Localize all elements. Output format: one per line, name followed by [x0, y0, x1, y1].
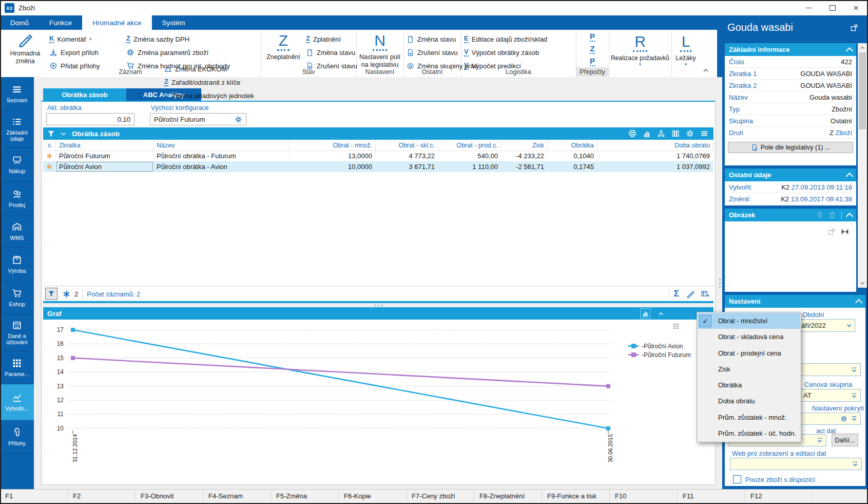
lezaky-button[interactable]: L Ležáky ▾: [672, 34, 699, 67]
fkey-f6[interactable]: F6-Kopie: [339, 490, 407, 502]
popup-icon[interactable]: [850, 24, 858, 32]
sidebar-item-zakladni-udaje[interactable]: Základní údaje: [0, 111, 34, 148]
web-combo[interactable]: [730, 458, 862, 470]
nastaveni-poli-button[interactable]: N Nastavení polína legislativu: [357, 33, 402, 69]
asterisk-filter-icon[interactable]: [63, 290, 70, 298]
menu-item-obratka[interactable]: Obrátka: [698, 377, 800, 393]
menu-item-obrat-mnozstvi[interactable]: ✓Obrat - množství: [698, 313, 800, 329]
collapse-chevron-icon[interactable]: [855, 298, 862, 306]
zplatneni-button[interactable]: ZZplatnění: [306, 33, 341, 45]
fkey-f3[interactable]: F3-Obnovit: [136, 490, 203, 502]
card-header[interactable]: Nastavení: [725, 295, 865, 308]
sidebar-item-vyhodnoceni[interactable]: Vyhodn...: [0, 384, 34, 420]
sidebar-item-eshop[interactable]: Eshop: [0, 282, 34, 314]
ribbon-collapse-icon[interactable]: [702, 67, 709, 74]
open-image-icon[interactable]: [827, 228, 836, 236]
sidebar-item-nakup[interactable]: Nákup: [0, 148, 34, 182]
edit-pencil-icon[interactable]: [686, 290, 695, 298]
fit-width-icon[interactable]: [841, 228, 849, 236]
col-obrat-skl[interactable]: Obrat - skl.c.: [376, 140, 438, 151]
sum-icon[interactable]: Σ: [674, 289, 679, 299]
ribbon-tab-hromadne-akce[interactable]: Hromadné akce: [82, 15, 151, 30]
col-zisk[interactable]: Zisk: [501, 140, 548, 151]
sidebar-item-prodej[interactable]: Prodej: [0, 182, 34, 216]
editace-udaju-button[interactable]: EEditace údajů zboží/sklad: [464, 33, 547, 45]
ribbon-tab-domu[interactable]: Domů: [0, 15, 39, 30]
sidebar-item-seznam[interactable]: Seznam: [0, 77, 34, 111]
col-obratka[interactable]: Obrátka: [548, 140, 597, 151]
menu-item-prum-zustatek-mnoz[interactable]: Prům. zůstatek - množ.: [698, 409, 800, 425]
close-button[interactable]: ×: [844, 0, 867, 15]
dispozice-checkbox-row[interactable]: Pouze zboží s dispozicí: [733, 475, 815, 483]
line-chart[interactable]: 171615141312111031.12.201430.06.2015: [43, 320, 713, 465]
gear-icon[interactable]: [840, 415, 847, 422]
sidebar-item-vyroba[interactable]: Výroba: [0, 248, 34, 282]
zruseni-stavu-ostatni-button[interactable]: Zrušení stavu: [407, 46, 458, 59]
fkey-f7[interactable]: F7-Ceny zboží: [407, 490, 474, 502]
menu-item-zisk[interactable]: Zisk: [698, 361, 800, 377]
vypocet-obratky-button[interactable]: VVýpočet obrátky zásob: [464, 46, 539, 59]
fkey-f12[interactable]: F12: [745, 490, 813, 502]
delete-image-icon[interactable]: [828, 211, 836, 219]
scroll-up-icon[interactable]: [859, 45, 865, 51]
legend-item-avion[interactable]: -Půlroční Avion: [628, 342, 691, 350]
zaradit-odstranit-button[interactable]: ZZařadit/odstranit z klíče: [164, 76, 240, 88]
zmena-stavu-button[interactable]: Změna stavu: [306, 46, 355, 59]
graph-corner-grid-icon[interactable]: [672, 323, 680, 330]
table-row[interactable]: Půlroční Futurum Půlroční obrátka - Futu…: [43, 151, 713, 161]
menu-item-prum-zustatek-uc[interactable]: Prům. zůstatek - úč. hodn.: [698, 425, 800, 441]
scrollbar-thumb[interactable]: [859, 52, 866, 129]
settings-gear-icon[interactable]: [686, 129, 694, 138]
vychozi-konfigurace-input[interactable]: Půlroční Futurum: [150, 113, 246, 125]
pole-dle-legislativy-button[interactable]: Pole dle legislativy (1) ...: [728, 142, 853, 153]
menu-icon[interactable]: [700, 129, 708, 138]
sidebar-item-parametry[interactable]: Parame...: [0, 351, 34, 384]
fkey-f9[interactable]: F9-Funkce a tisk: [542, 490, 610, 502]
fkey-f8[interactable]: F8-Zneplatnění: [474, 490, 542, 502]
sidebar-item-dane-a-uctovani[interactable]: Daně a účtování: [0, 314, 34, 351]
prepocet-z-button[interactable]: Z: [576, 43, 609, 55]
relations-icon[interactable]: [657, 129, 665, 138]
col-obrat-mnoz[interactable]: Obrat - množ.: [290, 140, 376, 151]
legend-item-futurum[interactable]: -Půlroční Futurum: [628, 350, 691, 359]
realizace-pozadavku-button[interactable]: R Realizace požadavků ▾: [610, 34, 670, 67]
collapse-chevron-icon[interactable]: [846, 47, 853, 54]
fkey-f5[interactable]: F5-Změna: [271, 490, 339, 502]
table-row-selected[interactable]: Půlroční Avion Půlroční obrátka - Avion …: [43, 161, 713, 172]
menu-item-obrat-prodejni[interactable]: Obrat - prodejní cena: [698, 345, 800, 361]
col-zkratka[interactable]: Zkratka: [56, 140, 153, 151]
prepocet-p1-button[interactable]: P: [576, 31, 609, 43]
dalsi-button[interactable]: Další...: [832, 434, 858, 446]
group-label-prepocty[interactable]: Přepočty: [576, 67, 609, 77]
komentar-button[interactable]: KKomentář▾: [49, 33, 91, 45]
collapse-chevron-icon[interactable]: [846, 172, 853, 179]
horizontal-splitter[interactable]: [43, 303, 713, 307]
zmena-parametru-button[interactable]: Změna parametrů zboží: [126, 46, 208, 59]
chevron-down-icon[interactable]: [60, 130, 67, 137]
fkey-f10[interactable]: F10: [610, 490, 678, 502]
fkey-f2[interactable]: F2: [68, 490, 136, 502]
columns-icon[interactable]: [671, 129, 680, 138]
tab-obratka-zasob[interactable]: Obrátka zásob: [43, 88, 126, 101]
menu-item-obrat-skladova[interactable]: Obrat - skladová cena: [698, 329, 800, 345]
fkey-f1[interactable]: F1: [0, 490, 68, 502]
collapse-chevron-icon[interactable]: [846, 212, 853, 219]
zneplatneni-button[interactable]: Z Zneplatnění: [264, 33, 303, 61]
card-header[interactable]: Ostatní údaje: [725, 169, 856, 181]
fkey-f11[interactable]: F11: [678, 490, 745, 502]
menu-item-doba-obratu[interactable]: Doba obratu: [698, 393, 800, 409]
zmena-stavu-ostatni-button[interactable]: Změna stavu: [407, 33, 456, 45]
export-priloh-button[interactable]: Export příloh: [49, 46, 99, 59]
chart-icon[interactable]: [643, 129, 651, 138]
col-obrat-prod[interactable]: Obrat - prod.c.: [438, 140, 501, 151]
ribbon-tab-system[interactable]: Systém: [152, 15, 196, 30]
col-s[interactable]: s: [43, 140, 56, 151]
akt-obratka-input[interactable]: 0,10: [46, 113, 134, 125]
col-nazev[interactable]: Název: [153, 140, 290, 151]
filter-toggle-button[interactable]: [45, 288, 57, 300]
prepocet-p2-button[interactable]: P: [576, 55, 609, 68]
table-add-icon[interactable]: [701, 290, 709, 298]
print-icon[interactable]: [628, 129, 636, 138]
sidebar-item-prilohy[interactable]: Přílohy: [0, 420, 34, 454]
card-header[interactable]: Základní informace: [725, 43, 856, 56]
